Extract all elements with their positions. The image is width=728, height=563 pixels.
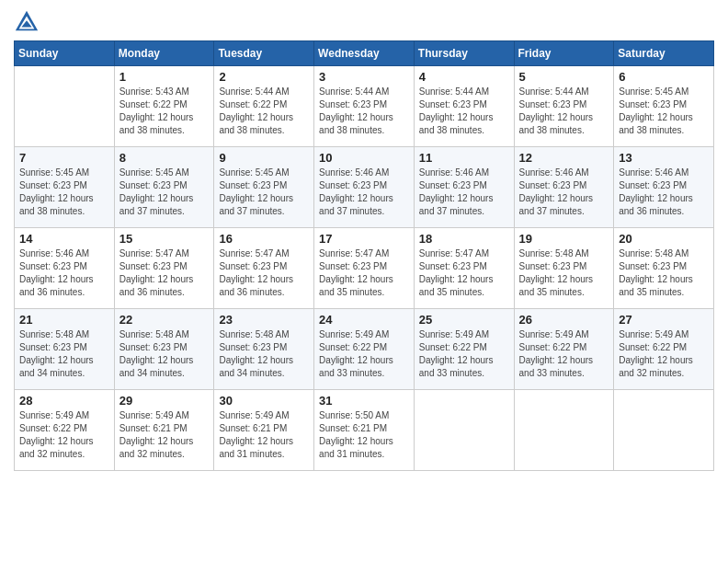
day-detail: Sunrise: 5:47 AM Sunset: 6:23 PM Dayligh… <box>219 247 309 299</box>
day-detail: Sunrise: 5:47 AM Sunset: 6:23 PM Dayligh… <box>319 247 409 299</box>
calendar-cell: 7Sunrise: 5:45 AM Sunset: 6:23 PM Daylig… <box>15 147 115 228</box>
day-number: 19 <box>519 232 609 246</box>
weekday-header-friday: Friday <box>514 41 614 66</box>
day-detail: Sunrise: 5:46 AM Sunset: 6:23 PM Dayligh… <box>319 167 409 218</box>
day-number: 30 <box>219 394 309 408</box>
week-row-5: 28Sunrise: 5:49 AM Sunset: 6:22 PM Dayli… <box>15 390 714 471</box>
calendar-cell: 28Sunrise: 5:49 AM Sunset: 6:22 PM Dayli… <box>15 390 115 471</box>
day-number: 27 <box>619 313 709 327</box>
day-number: 21 <box>19 313 109 327</box>
weekday-header-wednesday: Wednesday <box>314 41 415 66</box>
calendar-cell: 13Sunrise: 5:46 AM Sunset: 6:23 PM Dayli… <box>614 147 714 228</box>
calendar-cell <box>614 390 714 471</box>
calendar-cell: 16Sunrise: 5:47 AM Sunset: 6:23 PM Dayli… <box>214 228 314 309</box>
calendar-cell: 25Sunrise: 5:49 AM Sunset: 6:22 PM Dayli… <box>414 309 514 390</box>
logo <box>14 9 43 35</box>
week-row-2: 7Sunrise: 5:45 AM Sunset: 6:23 PM Daylig… <box>15 147 714 228</box>
calendar-cell: 23Sunrise: 5:48 AM Sunset: 6:23 PM Dayli… <box>214 309 314 390</box>
calendar-cell: 21Sunrise: 5:48 AM Sunset: 6:23 PM Dayli… <box>15 309 115 390</box>
calendar-cell: 9Sunrise: 5:45 AM Sunset: 6:23 PM Daylig… <box>214 147 314 228</box>
weekday-header-tuesday: Tuesday <box>214 41 314 66</box>
calendar-cell: 12Sunrise: 5:46 AM Sunset: 6:23 PM Dayli… <box>514 147 614 228</box>
day-number: 6 <box>619 70 709 84</box>
day-number: 31 <box>319 394 409 408</box>
day-number: 13 <box>619 151 709 165</box>
day-detail: Sunrise: 5:44 AM Sunset: 6:23 PM Dayligh… <box>519 86 609 137</box>
day-number: 29 <box>119 394 210 408</box>
week-row-3: 14Sunrise: 5:46 AM Sunset: 6:23 PM Dayli… <box>15 228 714 309</box>
calendar-cell: 4Sunrise: 5:44 AM Sunset: 6:23 PM Daylig… <box>414 66 514 147</box>
day-detail: Sunrise: 5:45 AM Sunset: 6:23 PM Dayligh… <box>19 167 109 218</box>
calendar-cell: 15Sunrise: 5:47 AM Sunset: 6:23 PM Dayli… <box>114 228 214 309</box>
calendar-cell: 2Sunrise: 5:44 AM Sunset: 6:22 PM Daylig… <box>214 66 314 147</box>
day-detail: Sunrise: 5:49 AM Sunset: 6:22 PM Dayligh… <box>319 328 409 380</box>
day-number: 8 <box>119 151 210 165</box>
day-detail: Sunrise: 5:49 AM Sunset: 6:21 PM Dayligh… <box>219 409 309 461</box>
day-detail: Sunrise: 5:44 AM Sunset: 6:23 PM Dayligh… <box>419 86 509 137</box>
weekday-header-thursday: Thursday <box>414 41 514 66</box>
calendar-cell: 3Sunrise: 5:44 AM Sunset: 6:23 PM Daylig… <box>314 66 415 147</box>
header <box>14 9 714 35</box>
day-number: 15 <box>119 232 210 246</box>
day-detail: Sunrise: 5:47 AM Sunset: 6:23 PM Dayligh… <box>119 247 210 299</box>
day-number: 26 <box>519 313 609 327</box>
day-detail: Sunrise: 5:48 AM Sunset: 6:23 PM Dayligh… <box>519 247 609 299</box>
calendar-cell: 31Sunrise: 5:50 AM Sunset: 6:21 PM Dayli… <box>314 390 415 471</box>
calendar-cell: 8Sunrise: 5:45 AM Sunset: 6:23 PM Daylig… <box>114 147 214 228</box>
page-container: SundayMondayTuesdayWednesdayThursdayFrid… <box>14 9 714 471</box>
day-detail: Sunrise: 5:46 AM Sunset: 6:23 PM Dayligh… <box>19 247 109 299</box>
day-detail: Sunrise: 5:45 AM Sunset: 6:23 PM Dayligh… <box>119 167 210 218</box>
calendar-cell: 20Sunrise: 5:48 AM Sunset: 6:23 PM Dayli… <box>614 228 714 309</box>
day-detail: Sunrise: 5:48 AM Sunset: 6:23 PM Dayligh… <box>219 328 309 380</box>
day-detail: Sunrise: 5:45 AM Sunset: 6:23 PM Dayligh… <box>619 86 709 137</box>
day-detail: Sunrise: 5:49 AM Sunset: 6:22 PM Dayligh… <box>419 328 509 380</box>
calendar-cell: 11Sunrise: 5:46 AM Sunset: 6:23 PM Dayli… <box>414 147 514 228</box>
calendar-cell: 22Sunrise: 5:48 AM Sunset: 6:23 PM Dayli… <box>114 309 214 390</box>
calendar-cell: 5Sunrise: 5:44 AM Sunset: 6:23 PM Daylig… <box>514 66 614 147</box>
weekday-header-sunday: Sunday <box>15 41 115 66</box>
day-number: 28 <box>19 394 109 408</box>
calendar-cell: 14Sunrise: 5:46 AM Sunset: 6:23 PM Dayli… <box>15 228 115 309</box>
day-number: 20 <box>619 232 709 246</box>
day-detail: Sunrise: 5:46 AM Sunset: 6:23 PM Dayligh… <box>619 167 709 218</box>
weekday-header-monday: Monday <box>114 41 214 66</box>
calendar-cell: 30Sunrise: 5:49 AM Sunset: 6:21 PM Dayli… <box>214 390 314 471</box>
calendar-table: SundayMondayTuesdayWednesdayThursdayFrid… <box>14 40 714 471</box>
day-detail: Sunrise: 5:47 AM Sunset: 6:23 PM Dayligh… <box>419 247 509 299</box>
day-detail: Sunrise: 5:45 AM Sunset: 6:23 PM Dayligh… <box>219 167 309 218</box>
weekday-header-saturday: Saturday <box>614 41 714 66</box>
calendar-cell <box>15 66 115 147</box>
day-number: 18 <box>419 232 509 246</box>
calendar-cell: 27Sunrise: 5:49 AM Sunset: 6:22 PM Dayli… <box>614 309 714 390</box>
day-number: 24 <box>319 313 409 327</box>
calendar-cell <box>514 390 614 471</box>
day-detail: Sunrise: 5:48 AM Sunset: 6:23 PM Dayligh… <box>619 247 709 299</box>
day-detail: Sunrise: 5:44 AM Sunset: 6:23 PM Dayligh… <box>319 86 409 137</box>
day-number: 11 <box>419 151 509 165</box>
day-detail: Sunrise: 5:48 AM Sunset: 6:23 PM Dayligh… <box>119 328 210 380</box>
day-number: 25 <box>419 313 509 327</box>
calendar-cell: 6Sunrise: 5:45 AM Sunset: 6:23 PM Daylig… <box>614 66 714 147</box>
day-number: 16 <box>219 232 309 246</box>
day-detail: Sunrise: 5:43 AM Sunset: 6:22 PM Dayligh… <box>119 86 210 137</box>
day-detail: Sunrise: 5:50 AM Sunset: 6:21 PM Dayligh… <box>319 409 409 461</box>
day-number: 2 <box>219 70 309 84</box>
calendar-cell: 26Sunrise: 5:49 AM Sunset: 6:22 PM Dayli… <box>514 309 614 390</box>
day-number: 12 <box>519 151 609 165</box>
logo-icon <box>14 9 40 35</box>
calendar-cell: 1Sunrise: 5:43 AM Sunset: 6:22 PM Daylig… <box>114 66 214 147</box>
day-detail: Sunrise: 5:44 AM Sunset: 6:22 PM Dayligh… <box>219 86 309 137</box>
week-row-4: 21Sunrise: 5:48 AM Sunset: 6:23 PM Dayli… <box>15 309 714 390</box>
day-detail: Sunrise: 5:46 AM Sunset: 6:23 PM Dayligh… <box>419 167 509 218</box>
day-detail: Sunrise: 5:46 AM Sunset: 6:23 PM Dayligh… <box>519 167 609 218</box>
day-number: 23 <box>219 313 309 327</box>
day-number: 22 <box>119 313 210 327</box>
day-number: 5 <box>519 70 609 84</box>
calendar-cell: 24Sunrise: 5:49 AM Sunset: 6:22 PM Dayli… <box>314 309 415 390</box>
day-number: 14 <box>19 232 109 246</box>
day-number: 10 <box>319 151 409 165</box>
calendar-cell: 17Sunrise: 5:47 AM Sunset: 6:23 PM Dayli… <box>314 228 415 309</box>
day-detail: Sunrise: 5:49 AM Sunset: 6:21 PM Dayligh… <box>119 409 210 461</box>
day-detail: Sunrise: 5:49 AM Sunset: 6:22 PM Dayligh… <box>19 409 109 461</box>
day-number: 17 <box>319 232 409 246</box>
